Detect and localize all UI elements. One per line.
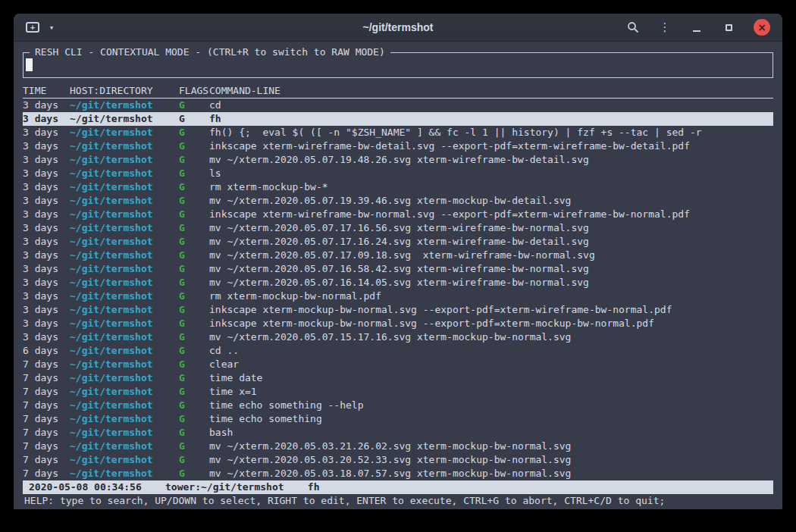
- row-command: mv ~/xterm.2020.05.07.19.48.26.svg xterm…: [209, 153, 773, 167]
- history-row[interactable]: 3 days~/git/termshotGmv ~/xterm.2020.05.…: [23, 235, 773, 249]
- history-row[interactable]: 3 days~/git/termshotGls: [23, 167, 773, 180]
- row-host: ~/git/termshot: [70, 208, 179, 221]
- row-time: 3 days: [23, 139, 70, 153]
- menu-button[interactable]: ⋮: [658, 19, 672, 36]
- header-cmd: COMMAND-LINE: [209, 84, 773, 98]
- row-time: 3 days: [23, 303, 70, 317]
- row-time: 7 days: [23, 412, 70, 426]
- row-flags: G: [179, 262, 209, 276]
- history-row[interactable]: 3 days~/git/termshotGrm xterm-mockup-bw-…: [23, 180, 773, 194]
- history-row[interactable]: 3 days~/git/termshotGmv ~/xterm.2020.05.…: [23, 153, 773, 167]
- row-host: ~/git/termshot: [70, 330, 179, 344]
- row-flags: G: [179, 99, 209, 112]
- row-command: rm xterm-mockup-bw-*: [209, 180, 773, 194]
- minimize-button[interactable]: [690, 19, 704, 36]
- history-row[interactable]: 3 days~/git/termshotGfh: [23, 112, 773, 126]
- row-command: fh() {; eval $( ([ -n "$ZSH_NAME" ] && f…: [209, 126, 773, 139]
- row-flags: G: [179, 153, 209, 167]
- row-time: 3 days: [23, 262, 70, 276]
- history-row[interactable]: 3 days~/git/termshotGcd: [23, 99, 773, 112]
- row-time: 3 days: [23, 221, 70, 235]
- history-rows: 3 days~/git/termshotGcd3 days~/git/terms…: [23, 99, 773, 480]
- row-command: mv ~/xterm.2020.05.07.16.58.42.svg xterm…: [209, 262, 773, 276]
- close-icon: ×: [757, 22, 766, 33]
- kebab-menu-icon: ⋮: [660, 22, 671, 33]
- row-command: inkscape xterm-wireframe-bw-detail.svg -…: [209, 139, 773, 153]
- row-host: ~/git/termshot: [70, 467, 179, 480]
- row-flags: G: [179, 426, 209, 440]
- row-command: mv ~/xterm.2020.05.07.17.09.18.svg xterm…: [209, 249, 773, 262]
- table-header: TIME HOST:DIRECTORY FLAGS COMMAND-LINE: [23, 84, 773, 99]
- row-command: mv ~/xterm.2020.05.07.17.16.56.svg xterm…: [209, 221, 773, 235]
- history-row[interactable]: 6 days~/git/termshotGcd ..: [23, 344, 773, 358]
- row-time: 7 days: [23, 426, 70, 440]
- history-row[interactable]: 3 days~/git/termshotGmv ~/xterm.2020.05.…: [23, 221, 773, 235]
- history-row[interactable]: 3 days~/git/termshotGmv ~/xterm.2020.05.…: [23, 276, 773, 289]
- history-row[interactable]: 3 days~/git/termshotGmv ~/xterm.2020.05.…: [23, 262, 773, 276]
- row-command: fh: [209, 112, 773, 126]
- history-row[interactable]: 3 days~/git/termshotGmv ~/xterm.2020.05.…: [23, 194, 773, 208]
- row-host: ~/git/termshot: [70, 221, 179, 235]
- search-button[interactable]: [626, 19, 640, 36]
- row-command: cd ..: [209, 344, 773, 358]
- row-time: 7 days: [23, 399, 70, 412]
- tab-list-dropdown[interactable]: ▾: [45, 19, 58, 36]
- row-host: ~/git/termshot: [70, 358, 179, 371]
- row-command: clear: [209, 358, 773, 371]
- row-host: ~/git/termshot: [70, 344, 179, 358]
- history-row[interactable]: 7 days~/git/termshotGbash: [23, 426, 773, 440]
- row-flags: G: [179, 126, 209, 139]
- row-command: bash: [209, 426, 773, 440]
- search-box[interactable]: RESH CLI - CONTEXTUAL MODE - (CTRL+R to …: [23, 52, 773, 78]
- row-host: ~/git/termshot: [70, 126, 179, 139]
- row-time: 3 days: [23, 194, 70, 208]
- terminal-tab-icon: +: [26, 22, 39, 33]
- history-row[interactable]: 3 days~/git/termshotGfh() {; eval $( ([ …: [23, 126, 773, 139]
- row-host: ~/git/termshot: [70, 412, 179, 426]
- row-time: 7 days: [23, 440, 70, 453]
- row-time: 3 days: [23, 99, 70, 112]
- history-row[interactable]: 7 days~/git/termshotGtime x=1: [23, 385, 773, 399]
- history-row[interactable]: 7 days~/git/termshotGtime date: [23, 371, 773, 385]
- row-command: inkscape xterm-wireframe-bw-normal.svg -…: [209, 208, 773, 221]
- restore-icon: [725, 24, 732, 31]
- history-row[interactable]: 3 days~/git/termshotGmv ~/xterm.2020.05.…: [23, 249, 773, 262]
- row-flags: G: [179, 249, 209, 262]
- row-host: ~/git/termshot: [70, 303, 179, 317]
- terminal-window: + ▾ ~/git/termshot ⋮: [14, 14, 782, 509]
- row-host: ~/git/termshot: [70, 194, 179, 208]
- row-host: ~/git/termshot: [70, 139, 179, 153]
- history-row[interactable]: 7 days~/git/termshotGtime echo something…: [23, 399, 773, 412]
- row-flags: G: [179, 467, 209, 480]
- row-host: ~/git/termshot: [70, 317, 179, 330]
- restore-button[interactable]: [722, 19, 735, 36]
- history-row[interactable]: 7 days~/git/termshotGclear: [23, 358, 773, 371]
- history-row[interactable]: 3 days~/git/termshotGinkscape xterm-wire…: [23, 139, 773, 153]
- history-row[interactable]: 7 days~/git/termshotGtime echo something: [23, 412, 773, 426]
- titlebar: + ▾ ~/git/termshot ⋮: [14, 14, 782, 42]
- history-row[interactable]: 7 days~/git/termshotGmv ~/xterm.2020.05.…: [23, 467, 773, 480]
- history-row[interactable]: 3 days~/git/termshotGmv ~/xterm.2020.05.…: [23, 330, 773, 344]
- search-icon: [627, 21, 639, 33]
- close-button[interactable]: ×: [754, 19, 770, 36]
- history-row[interactable]: 3 days~/git/termshotGinkscape xterm-mock…: [23, 317, 773, 330]
- new-tab-button[interactable]: +: [26, 19, 39, 36]
- row-time: 3 days: [23, 167, 70, 180]
- row-flags: G: [179, 194, 209, 208]
- history-row[interactable]: 3 days~/git/termshotGinkscape xterm-mock…: [23, 303, 773, 317]
- header-time: TIME: [23, 84, 70, 98]
- row-flags: G: [179, 208, 209, 221]
- row-time: 6 days: [23, 344, 70, 358]
- help-bar: HELP: type to search, UP/DOWN to select,…: [23, 494, 773, 508]
- row-flags: G: [179, 412, 209, 426]
- row-command: time date: [209, 371, 773, 385]
- row-flags: G: [179, 139, 209, 153]
- history-row[interactable]: 3 days~/git/termshotGrm xterm-mockup-bw-…: [23, 289, 773, 303]
- history-row[interactable]: 3 days~/git/termshotGinkscape xterm-wire…: [23, 208, 773, 221]
- row-host: ~/git/termshot: [70, 249, 179, 262]
- row-host: ~/git/termshot: [70, 180, 179, 194]
- history-row[interactable]: 7 days~/git/termshotGmv ~/xterm.2020.05.…: [23, 440, 773, 453]
- row-host: ~/git/termshot: [70, 262, 179, 276]
- history-row[interactable]: 7 days~/git/termshotGmv ~/xterm.2020.05.…: [23, 453, 773, 467]
- row-command: mv ~/xterm.2020.05.03.18.07.57.svg xterm…: [209, 467, 773, 480]
